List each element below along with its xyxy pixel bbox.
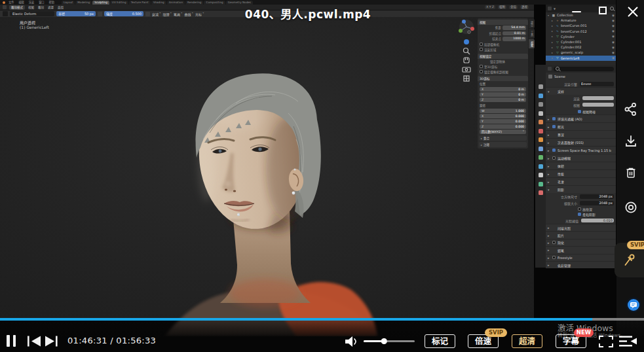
visibility-icon[interactable]: ◉ bbox=[612, 29, 615, 33]
workspace-tab[interactable]: Layout bbox=[62, 1, 75, 5]
properties-section[interactable]: ▸ 体积 bbox=[546, 162, 616, 169]
properties-tab-icon[interactable] bbox=[539, 182, 543, 186]
lock-object-row[interactable]: 锁定到物体 bbox=[478, 59, 528, 64]
expand-icon[interactable]: ▸ bbox=[552, 24, 554, 27]
properties-editor-icon[interactable] bbox=[548, 67, 552, 71]
volume-slider[interactable] bbox=[364, 340, 415, 342]
cursor-rotation-field[interactable]: W1.000 bbox=[480, 109, 526, 113]
cursor-rotation-field[interactable]: Y0.000 bbox=[480, 119, 526, 124]
window-maximize-button[interactable] bbox=[599, 7, 607, 14]
properties-section[interactable]: ▸ Screen Space Ray Tracing 1.15 b bbox=[546, 146, 616, 154]
denoise-checkbox[interactable] bbox=[578, 110, 581, 113]
workspace-tab[interactable]: Modeling bbox=[75, 1, 92, 5]
menubar-item[interactable]: 帮助 bbox=[48, 1, 56, 5]
lock-cursor-row[interactable]: 至3D游标 bbox=[478, 64, 528, 69]
shadow-checkbox[interactable] bbox=[578, 213, 581, 216]
download-icon[interactable] bbox=[624, 134, 638, 149]
shadow-check-row[interactable]: 柔和阴影 bbox=[546, 212, 616, 218]
outliner-row[interactable]: ▸ ▽ Cylinder.002 ◉ bbox=[546, 44, 616, 50]
properties-section[interactable]: ▸ Freestyle bbox=[546, 254, 616, 261]
visibility-icon[interactable]: ◉ bbox=[612, 56, 615, 60]
local-camera-checkbox[interactable] bbox=[480, 43, 483, 46]
visibility-icon[interactable]: ◉ bbox=[612, 51, 615, 54]
record-icon[interactable] bbox=[624, 200, 638, 215]
properties-tab-icon[interactable] bbox=[539, 120, 543, 124]
expand-icon[interactable]: ▸ bbox=[552, 29, 554, 33]
workspace-tab[interactable]: Shading bbox=[151, 1, 166, 5]
properties-section[interactable]: ▸ 景深 bbox=[546, 130, 616, 138]
outliner-row[interactable]: ▸ ▽ Cylinder ◉ bbox=[546, 34, 616, 39]
visibility-icon[interactable]: ◉ bbox=[612, 35, 615, 38]
pause-button[interactable] bbox=[13, 335, 16, 347]
shadow-check-row[interactable]: 高位深 bbox=[546, 206, 616, 212]
section-checkbox[interactable] bbox=[552, 117, 556, 120]
workspace-tab[interactable]: Rendering bbox=[185, 1, 203, 5]
playlist-icon[interactable] bbox=[619, 335, 637, 347]
pause-button[interactable] bbox=[7, 335, 10, 347]
outliner-row[interactable]: ▸ ∿ bevelCurve.001 ◉ bbox=[546, 23, 616, 28]
properties-tab-icon[interactable] bbox=[539, 84, 543, 89]
visibility-icon[interactable]: ◉ bbox=[612, 46, 615, 49]
volume-icon[interactable] bbox=[343, 335, 359, 348]
workspace-tab[interactable]: Animation bbox=[167, 1, 185, 5]
visibility-icon[interactable]: ◉ bbox=[612, 41, 615, 44]
properties-section[interactable]: ▸ 简化 bbox=[546, 239, 616, 246]
workspace-tab[interactable]: Geometry Nodes bbox=[226, 1, 253, 5]
sidebar-tab[interactable]: 视图 bbox=[529, 39, 535, 48]
sampling-field-row[interactable]: 渲染 bbox=[546, 95, 616, 101]
menubar-item[interactable]: 窗口 bbox=[37, 1, 45, 5]
lock-3dcursor-checkbox[interactable] bbox=[480, 65, 483, 68]
properties-tab-icon[interactable] bbox=[539, 155, 543, 160]
expand-icon[interactable]: ▸ bbox=[552, 35, 554, 38]
trash-icon[interactable] bbox=[624, 166, 638, 180]
sampling-section[interactable]: ▾ 采样 bbox=[546, 87, 616, 95]
properties-section[interactable]: ▸ 胶片 bbox=[546, 231, 616, 238]
outliner-row[interactable]: ▸ ▽ GenericLeft ◉ bbox=[546, 56, 616, 61]
workspace-tab[interactable]: Texture Paint bbox=[129, 1, 151, 5]
menubar-item[interactable]: 文件 bbox=[7, 1, 15, 5]
section-checkbox[interactable] bbox=[552, 156, 556, 160]
shadows-section[interactable]: ▾ 阴影 bbox=[546, 185, 616, 193]
window-close-button[interactable] bbox=[626, 5, 639, 18]
properties-tab-icon[interactable] bbox=[539, 147, 543, 151]
render-engine-row[interactable]: 渲染引擎 Eevee bbox=[546, 80, 616, 87]
expand-icon[interactable]: ▸ bbox=[552, 51, 554, 54]
view-field-row[interactable]: 焦距 54.4 mm bbox=[478, 25, 528, 31]
section-checkbox[interactable] bbox=[552, 256, 556, 259]
cursor-location-field[interactable]: Z0 m bbox=[480, 97, 526, 102]
sidebar-tab[interactable]: 工具 bbox=[529, 29, 535, 38]
section-checkbox[interactable] bbox=[552, 241, 556, 244]
outliner-row[interactable]: ▸ ▽ Cylinder.001 ◉ bbox=[546, 39, 616, 44]
properties-tab-icon[interactable] bbox=[539, 190, 543, 195]
previous-button[interactable] bbox=[28, 336, 42, 347]
cursor-section-header[interactable]: 3D游标 bbox=[478, 76, 528, 81]
cursor-location-field[interactable]: Y0 m bbox=[480, 92, 526, 97]
properties-tab-icon[interactable] bbox=[539, 102, 543, 107]
properties-tab-icon[interactable] bbox=[539, 173, 543, 177]
properties-section[interactable]: ▸ 色彩管理 bbox=[546, 261, 616, 268]
cursor-rotation-field[interactable]: Z0.000 bbox=[480, 124, 526, 129]
section-checkbox[interactable] bbox=[552, 149, 556, 152]
properties-search-input[interactable] bbox=[554, 67, 614, 71]
properties-tab-icon[interactable] bbox=[539, 129, 543, 133]
viewport-denoise-row[interactable]: 视图降噪 bbox=[546, 108, 616, 114]
share-icon[interactable] bbox=[624, 102, 638, 116]
pin-button[interactable]: SVIP bbox=[615, 243, 644, 277]
lock-camview-row[interactable]: 锁定摄像机到视图 bbox=[478, 69, 528, 75]
outliner-row[interactable]: ▸ ∿ bevelCurve.012 ◉ bbox=[546, 29, 616, 34]
properties-tab-icon[interactable] bbox=[539, 164, 543, 169]
workspace-tab[interactable]: Compositing bbox=[204, 1, 225, 5]
workspace-tab[interactable]: Sculpting bbox=[92, 1, 109, 5]
volume-knob[interactable] bbox=[381, 338, 387, 344]
view-field-row[interactable]: 结束点 1000 m bbox=[478, 36, 528, 42]
quality-button[interactable]: 超清 bbox=[512, 334, 542, 348]
render-region-row[interactable]: 渲染区域 bbox=[478, 47, 528, 52]
expand-icon[interactable]: ▸ bbox=[552, 46, 554, 49]
properties-section[interactable]: ▸ 次表面散射 (SSS) bbox=[546, 138, 616, 146]
properties-tab-icon[interactable] bbox=[539, 94, 543, 98]
properties-section[interactable]: ▸ 蜡笔 bbox=[546, 246, 616, 253]
shadow-field-row[interactable]: 立方体尺寸 2048 px bbox=[546, 193, 616, 200]
chat-icon[interactable] bbox=[625, 296, 642, 313]
visibility-icon[interactable]: ◉ bbox=[612, 24, 615, 27]
properties-section[interactable]: ▸ 性能 bbox=[546, 169, 616, 177]
